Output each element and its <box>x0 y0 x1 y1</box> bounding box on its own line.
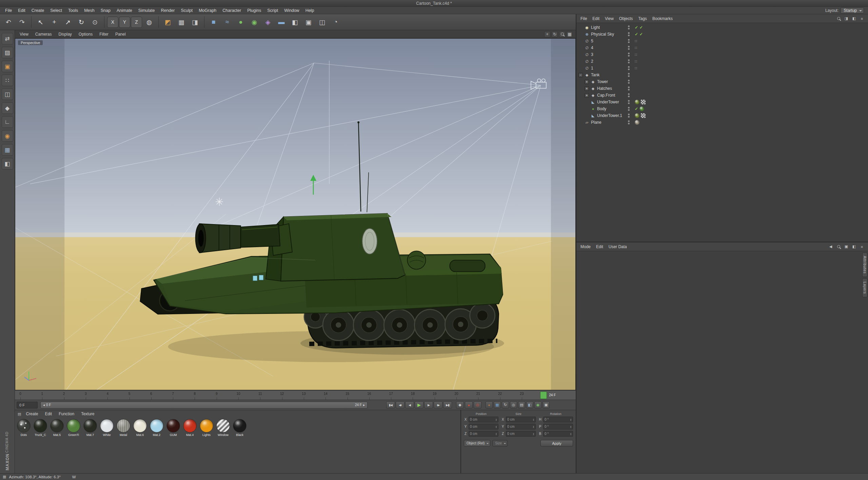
polygon-mode[interactable]: ◆ <box>2 102 13 114</box>
material-mat-2[interactable]: Mat.2 <box>149 419 165 437</box>
attribute-manager-menu-user-data[interactable]: User Data <box>606 244 630 249</box>
object-row-5[interactable]: ∅5∷ <box>576 38 868 44</box>
menu-script[interactable]: Script <box>264 8 281 13</box>
expander-tower[interactable]: + <box>585 80 589 84</box>
keyframe-selection-button[interactable]: ◎ <box>474 401 481 408</box>
timeline-range-slider[interactable]: ◂ 0 F 24 F ▸ <box>40 402 368 408</box>
material-mat-7[interactable]: Mat.7 <box>82 419 98 437</box>
texture-mode[interactable]: ▨ <box>2 47 13 58</box>
material-tag-icon[interactable] <box>635 120 639 125</box>
visibility-dots[interactable] <box>628 80 630 84</box>
attribute-manager-menu-mode[interactable]: Mode <box>578 244 593 249</box>
record-keyframe-button[interactable]: ◆ <box>456 401 464 408</box>
solo-animation-toggle[interactable]: ▣ <box>542 401 550 408</box>
coord-field-rotation-b[interactable]: 0 °▲▼ <box>543 431 573 437</box>
visibility-dots[interactable] <box>628 107 630 111</box>
viewport-menu-view[interactable]: View <box>16 32 32 37</box>
zoom-view-icon[interactable] <box>559 31 565 37</box>
add-camera-button[interactable]: ◧ <box>289 16 301 28</box>
object-row-4[interactable]: ∅4∷ <box>576 44 868 51</box>
record-rotation-toggle[interactable]: ↻ <box>502 401 509 408</box>
object-row-light[interactable]: ◉Light✓✓ <box>576 24 868 31</box>
history-back-icon[interactable]: ◀ <box>828 244 833 249</box>
visibility-dots[interactable] <box>628 53 630 57</box>
coord-stepper[interactable]: ▲▼ <box>495 433 497 435</box>
visibility-dots[interactable] <box>628 73 630 77</box>
expander-hatches[interactable]: + <box>585 86 589 91</box>
texture-tag-icon[interactable] <box>641 100 646 104</box>
object-manager-tree[interactable]: ◉Light✓✓⊕Physical Sky✓✓∅5∷∅4∷∅3∷∅2∷∅1∷−◈… <box>576 23 868 242</box>
render-to-picture-viewer-button[interactable]: ◫ <box>316 16 329 28</box>
menu-plugins[interactable]: Plugins <box>244 8 264 13</box>
coord-stepper[interactable]: ▲▼ <box>570 418 572 421</box>
expander-cap-front[interactable]: + <box>585 93 589 98</box>
object-manager-menu-view[interactable]: View <box>602 16 616 21</box>
visibility-dots[interactable] <box>628 114 630 118</box>
material-truck-c[interactable]: Truck_C <box>32 419 48 437</box>
visibility-dots[interactable] <box>628 100 630 104</box>
orbit-view-icon[interactable]: ↻ <box>552 31 558 37</box>
coord-field-size-y[interactable]: 0 cm▲▼ <box>506 424 536 429</box>
object-row-plane[interactable]: ▱Plane <box>576 119 868 126</box>
record-scale-toggle[interactable]: ▦ <box>494 401 501 408</box>
next-frame-button[interactable]: ▶ <box>424 401 433 408</box>
add-primitive-button[interactable]: ■ <box>207 16 220 28</box>
current-frame-marker[interactable] <box>540 392 547 399</box>
materials-menu-create[interactable]: Create <box>22 412 41 416</box>
expander-tank[interactable]: − <box>578 73 583 77</box>
side-tab-attributes[interactable]: Attributes <box>862 253 867 277</box>
object-row-physical-sky[interactable]: ⊕Physical Sky✓✓ <box>576 31 868 38</box>
make-editable-button[interactable]: ◩ <box>161 16 174 28</box>
xpresso-tag-icon[interactable]: ∷ <box>635 66 637 71</box>
lock-workplane-toggle[interactable]: ◧ <box>2 158 13 169</box>
filter-icon[interactable]: ◨ <box>844 16 849 21</box>
playback-mode-toggle[interactable]: ◧ <box>526 401 533 408</box>
viewport-menu-options[interactable]: Options <box>75 32 96 37</box>
record-position-toggle[interactable]: + <box>486 401 493 408</box>
record-parameter-toggle[interactable]: ◎ <box>510 401 517 408</box>
visibility-dots[interactable] <box>628 66 630 70</box>
visibility-dots[interactable] <box>628 32 630 36</box>
coordinate-system-button[interactable]: ◍ <box>143 16 156 28</box>
menu-tools[interactable]: Tools <box>65 8 81 13</box>
menu-simulate[interactable]: Simulate <box>135 8 158 13</box>
coordinate-mode-dropdown[interactable]: Object (Rel) <box>464 440 490 446</box>
material-tag-icon[interactable] <box>635 100 639 104</box>
viewport-menu-display[interactable]: Display <box>55 32 75 37</box>
timeline-ruler[interactable]: 0123456789101112131415161718192021222324… <box>15 390 576 400</box>
snap-toggle[interactable]: ◉ <box>2 130 13 142</box>
menu-help[interactable]: Help <box>302 8 317 13</box>
add-environment-button[interactable]: ▬ <box>275 16 288 28</box>
pan-view-icon[interactable]: + <box>544 31 550 37</box>
object-manager-menu-edit[interactable]: Edit <box>590 16 602 21</box>
visibility-dots[interactable] <box>628 120 630 124</box>
goto-end-button[interactable]: ▶▮ <box>443 401 452 408</box>
next-key-button[interactable]: ▪▶ <box>434 401 442 408</box>
xpresso-tag-icon[interactable]: ∷ <box>635 46 637 50</box>
object-row-hatches[interactable]: +◈Hatches <box>576 85 868 92</box>
render-settings-button[interactable]: ◔ <box>329 16 342 28</box>
rotate-tool[interactable]: ↻ <box>75 16 88 28</box>
coord-field-rotation-h[interactable]: 0 °▲▼ <box>543 417 573 422</box>
viewport[interactable]: Perspective <box>15 38 576 390</box>
window-titlebar[interactable]: Cartoon_Tank.c4d * <box>0 0 868 7</box>
materials-menu-function[interactable]: Function <box>55 412 78 416</box>
menu-animate[interactable]: Animate <box>114 8 135 13</box>
menu-file[interactable]: File <box>2 8 15 13</box>
coord-stepper[interactable]: ▲▼ <box>495 425 497 428</box>
object-row-undertower[interactable]: ◣UnderTower <box>576 99 868 105</box>
undo-button[interactable]: ↶ <box>2 16 15 28</box>
side-tab-layers[interactable]: Layers <box>862 278 867 297</box>
material-dots[interactable]: Dots <box>16 419 32 437</box>
autokeying-button[interactable]: ● <box>465 401 473 408</box>
search-icon[interactable] <box>836 244 841 249</box>
coord-stepper[interactable]: ▲▼ <box>570 425 572 428</box>
object-row-2[interactable]: ∅2∷ <box>576 58 868 65</box>
attribute-manager-menu-edit[interactable]: Edit <box>593 244 606 249</box>
add-generator-button[interactable]: ◉ <box>248 16 261 28</box>
object-row-3[interactable]: ∅3∷ <box>576 51 868 58</box>
material-lights[interactable]: Lights <box>198 419 215 437</box>
redo-button[interactable]: ↷ <box>16 16 28 28</box>
menu-mesh[interactable]: Mesh <box>81 8 98 13</box>
copy-icon[interactable]: ▣ <box>844 244 849 249</box>
